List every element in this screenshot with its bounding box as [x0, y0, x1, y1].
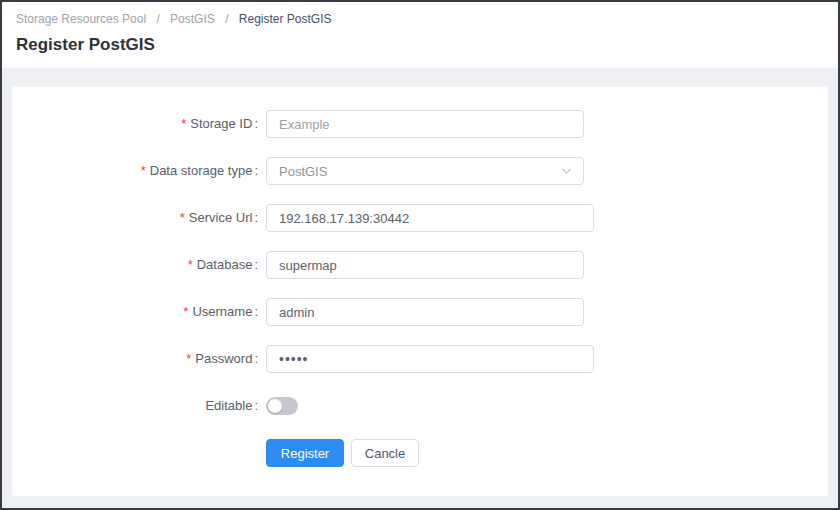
required-asterisk: *	[180, 210, 185, 225]
label-colon: :	[254, 210, 258, 225]
form-row-service-url: *Service Url:	[12, 204, 828, 232]
label-colon: :	[254, 257, 258, 272]
label-colon: :	[254, 163, 258, 178]
form-row-password: *Password:	[12, 345, 828, 373]
breadcrumb-separator: /	[225, 12, 228, 26]
label-text: Editable	[205, 398, 252, 413]
database-label: *Database:	[12, 251, 258, 279]
editable-label: Editable:	[12, 392, 258, 420]
storage-id-input[interactable]	[266, 110, 584, 138]
label-text: Password	[195, 351, 252, 366]
service-url-input[interactable]	[266, 204, 594, 232]
required-asterisk: *	[181, 116, 186, 131]
password-label: *Password:	[12, 345, 258, 373]
select-value: PostGIS	[279, 164, 327, 179]
app-window: Storage Resources Pool / PostGIS / Regis…	[0, 0, 840, 510]
storage-id-label: *Storage ID:	[12, 110, 258, 138]
username-label: *Username:	[12, 298, 258, 326]
username-input[interactable]	[266, 298, 584, 326]
password-input[interactable]	[266, 345, 594, 373]
label-colon: :	[254, 116, 258, 131]
form-row-data-storage-type: *Data storage type: PostGIS	[12, 157, 828, 185]
label-text: Data storage type	[150, 163, 253, 178]
service-url-label: *Service Url:	[12, 204, 258, 232]
label-text: Service Url	[189, 210, 253, 225]
cancel-button[interactable]: Cancle	[351, 439, 419, 467]
page-title: Register PostGIS	[16, 35, 824, 55]
page-header: Storage Resources Pool / PostGIS / Regis…	[2, 2, 838, 68]
breadcrumb: Storage Resources Pool / PostGIS / Regis…	[16, 12, 824, 26]
form-actions: Register Cancle	[266, 439, 828, 467]
toggle-knob	[268, 399, 282, 413]
label-colon: :	[254, 304, 258, 319]
form-row-editable: Editable:	[12, 392, 828, 420]
form-row-storage-id: *Storage ID:	[12, 110, 828, 138]
editable-toggle[interactable]	[266, 397, 298, 415]
required-asterisk: *	[188, 257, 193, 272]
chevron-down-icon	[560, 165, 573, 178]
required-asterisk: *	[186, 351, 191, 366]
breadcrumb-separator: /	[156, 12, 159, 26]
data-storage-type-label: *Data storage type:	[12, 157, 258, 185]
breadcrumb-item-register-postgis: Register PostGIS	[239, 12, 332, 26]
register-button[interactable]: Register	[266, 439, 344, 467]
form-row-username: *Username:	[12, 298, 828, 326]
form-row-database: *Database:	[12, 251, 828, 279]
required-asterisk: *	[141, 163, 146, 178]
data-storage-type-select[interactable]: PostGIS	[266, 157, 584, 185]
label-text: Username	[192, 304, 252, 319]
database-input[interactable]	[266, 251, 584, 279]
form-card: *Storage ID: *Data storage type: PostGIS…	[12, 87, 828, 496]
label-text: Database	[197, 257, 253, 272]
label-text: Storage ID	[190, 116, 252, 131]
label-colon: :	[254, 398, 258, 413]
required-asterisk: *	[183, 304, 188, 319]
content-area: *Storage ID: *Data storage type: PostGIS…	[2, 68, 838, 508]
breadcrumb-item-storage-resources-pool[interactable]: Storage Resources Pool	[16, 12, 146, 26]
breadcrumb-item-postgis[interactable]: PostGIS	[170, 12, 215, 26]
label-colon: :	[254, 351, 258, 366]
